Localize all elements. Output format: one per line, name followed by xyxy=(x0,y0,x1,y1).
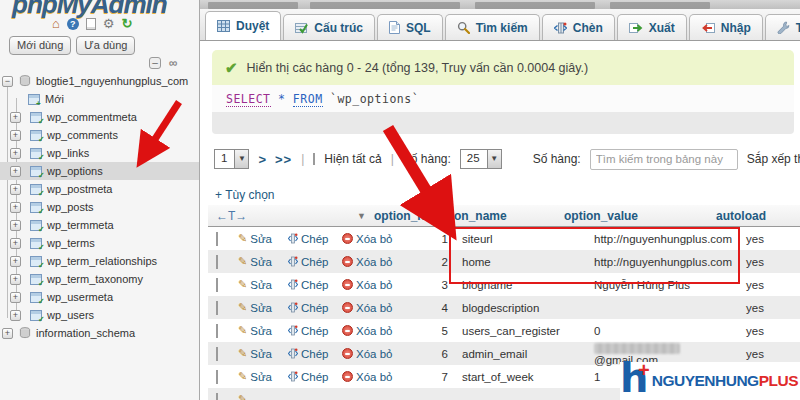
tree-expand-icon[interactable]: + xyxy=(10,166,21,177)
tree-table-item[interactable]: + ✓ wp_usermeta xyxy=(0,288,199,306)
copy-link[interactable]: Chép xyxy=(288,256,342,268)
delete-link[interactable]: Xóa bỏ xyxy=(342,279,402,291)
table-search-input[interactable] xyxy=(590,149,738,170)
show-all-checkbox[interactable] xyxy=(313,153,315,165)
copy-link[interactable]: Chép xyxy=(288,348,342,360)
column-reorder-icon[interactable]: ←T→ xyxy=(216,209,247,223)
tab-browse[interactable]: Duyệt xyxy=(205,11,281,40)
table-name[interactable]: wp_posts xyxy=(47,201,93,213)
tab-import[interactable]: Nhập xyxy=(689,14,763,40)
tree-expand-icon[interactable]: + xyxy=(10,220,21,231)
column-header-option-id[interactable]: option_id xyxy=(372,209,428,223)
tree-table-item[interactable]: + ✓ wp_postmeta xyxy=(0,180,199,198)
tree-table-item[interactable]: + ✓ wp_links xyxy=(0,144,199,162)
page-select[interactable]: 1 ▼ xyxy=(214,149,249,169)
sort-descending-icon[interactable]: ▼ xyxy=(357,211,366,221)
help-icon[interactable]: ? xyxy=(67,18,79,30)
tree-table-item[interactable]: + ✓ wp_comments xyxy=(0,126,199,144)
copy-link[interactable]: Chép xyxy=(288,302,342,314)
tree-expand-icon[interactable]: + xyxy=(10,202,21,213)
tree-expand-icon[interactable]: + xyxy=(2,328,13,339)
database-name[interactable]: information_schema xyxy=(36,327,135,339)
tree-table-item[interactable]: + ✓ wp_options xyxy=(0,162,199,180)
tree-table-item[interactable]: + ✓ wp_termmeta xyxy=(0,216,199,234)
table-name[interactable]: wp_commentmeta xyxy=(47,111,137,123)
row-checkbox[interactable] xyxy=(216,255,218,269)
tree-expand-icon[interactable]: + xyxy=(10,130,21,141)
row-checkbox[interactable] xyxy=(216,370,218,384)
tree-expand-icon[interactable]: + xyxy=(10,292,21,303)
home-icon[interactable]: ⌂ xyxy=(52,17,60,30)
new-table-label[interactable]: Mới xyxy=(45,93,64,105)
tree-table-item[interactable]: + ✓ wp_terms xyxy=(0,234,199,252)
query-options-link[interactable]: + Tùy chọn xyxy=(215,188,274,202)
last-page-button[interactable]: >> xyxy=(275,152,292,167)
table-name[interactable]: wp_links xyxy=(47,147,89,159)
favorite-tables-button[interactable]: Ưa dùng xyxy=(76,36,135,55)
table-name[interactable]: wp_usermeta xyxy=(47,291,113,303)
table-name[interactable]: wp_users xyxy=(47,309,94,321)
tree-table-item[interactable]: + ✓ wp_term_relationships xyxy=(0,252,199,270)
collapse-all-icon[interactable]: – xyxy=(149,57,161,69)
edit-link[interactable]: ✎Sửa xyxy=(238,232,288,245)
delete-link[interactable]: Xóa bỏ xyxy=(342,233,402,245)
row-checkbox[interactable] xyxy=(216,232,218,246)
table-name[interactable]: wp_postmeta xyxy=(47,183,112,195)
tree-database-item[interactable]: − blogtie1_nguyenhungplus_com xyxy=(0,72,199,90)
row-checkbox[interactable] xyxy=(216,393,218,400)
tree-table-item[interactable]: + ✓ wp_term_taxonomy xyxy=(0,270,199,288)
tree-new-table-item[interactable]: + Mới xyxy=(0,90,199,108)
tree-table-item[interactable]: + ✓ wp_users xyxy=(0,306,199,324)
tree-expand-icon[interactable]: + xyxy=(10,256,21,267)
tree-expand-icon[interactable]: + xyxy=(10,148,21,159)
edit-link[interactable]: ✎Sửa xyxy=(238,278,288,291)
column-header-autoload[interactable]: autoload xyxy=(712,209,766,223)
edit-link[interactable]: ✎Sửa xyxy=(238,255,288,268)
delete-link[interactable]: Xóa bỏ xyxy=(342,325,402,337)
docs-icon[interactable] xyxy=(86,18,96,30)
tab-search[interactable]: Tìm kiếm xyxy=(445,14,540,40)
table-name[interactable]: wp_term_taxonomy xyxy=(47,273,143,285)
copy-link[interactable]: Chép xyxy=(288,279,342,291)
tree-expand-icon[interactable]: + xyxy=(10,274,21,285)
delete-link[interactable]: Xóa bỏ xyxy=(342,348,402,360)
tree-collapse-icon[interactable]: − xyxy=(2,76,13,87)
row-checkbox[interactable] xyxy=(216,347,218,361)
gear-icon[interactable]: ⚙ xyxy=(103,17,115,30)
table-name[interactable]: wp_terms xyxy=(47,237,95,249)
tree-expand-icon[interactable]: + xyxy=(10,112,21,123)
tab-sql[interactable]: SQL xyxy=(377,14,443,40)
tree-expand-icon[interactable]: + xyxy=(10,310,21,321)
delete-link[interactable]: Xóa bỏ xyxy=(342,302,402,314)
database-name[interactable]: blogtie1_nguyenhungplus_com xyxy=(36,75,188,87)
delete-link[interactable]: Xóa bỏ xyxy=(342,256,402,268)
next-page-button[interactable]: > xyxy=(258,152,266,167)
tab-structure[interactable]: Cấu trúc xyxy=(283,14,375,40)
edit-link[interactable]: ✎Sửa xyxy=(238,301,288,314)
row-checkbox[interactable] xyxy=(216,278,218,292)
row-checkbox[interactable] xyxy=(216,324,218,338)
delete-link[interactable]: Xóa bỏ xyxy=(342,371,402,383)
link-icon[interactable]: ∞ xyxy=(169,56,178,70)
tree-table-item[interactable]: + ✓ wp_posts xyxy=(0,198,199,216)
edit-link[interactable]: ✎Sửa xyxy=(238,324,288,337)
table-name[interactable]: wp_comments xyxy=(47,129,118,141)
tree-expand-icon[interactable]: + xyxy=(10,184,21,195)
tab-export[interactable]: Xuất xyxy=(617,14,687,40)
copy-link[interactable]: Chép xyxy=(288,233,342,245)
tab-insert[interactable]: Chèn xyxy=(542,14,615,40)
recent-tables-button[interactable]: Mới dùng xyxy=(9,36,71,55)
copy-link[interactable]: Chép xyxy=(288,325,342,337)
row-checkbox[interactable] xyxy=(216,301,218,315)
table-name[interactable]: wp_term_relationships xyxy=(47,255,157,267)
edit-link[interactable]: ✎Sửa xyxy=(238,347,288,360)
table-name[interactable]: wp_termmeta xyxy=(47,219,114,231)
edit-link[interactable]: ✎Sửa xyxy=(238,370,288,383)
refresh-icon[interactable]: ↻ xyxy=(122,17,133,30)
table-name[interactable]: wp_options xyxy=(47,165,103,177)
copy-link[interactable]: Chép xyxy=(288,371,342,383)
tree-expand-icon[interactable]: + xyxy=(10,238,21,249)
tree-table-item[interactable]: + ✓ wp_commentmeta xyxy=(0,108,199,126)
tab-operations[interactable]: Thao tác xyxy=(765,14,800,40)
rows-count-select[interactable]: 25 ▼ xyxy=(460,149,502,169)
